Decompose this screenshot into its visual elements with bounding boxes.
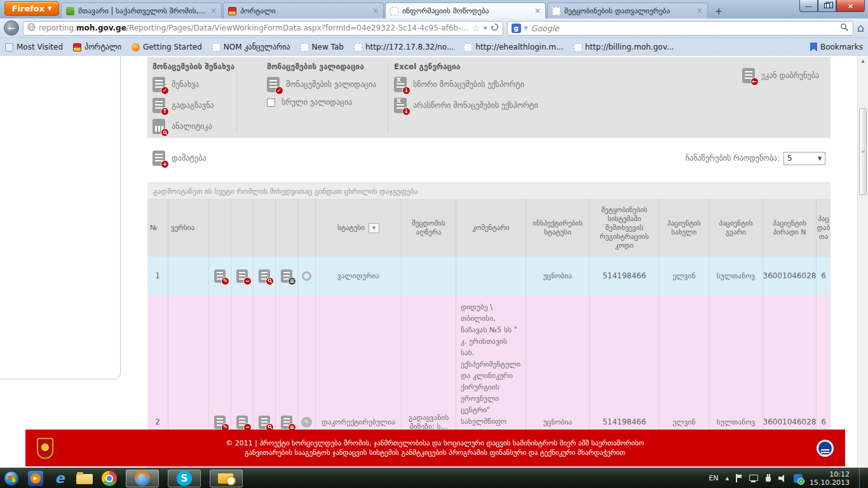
chevron-down-icon: ▼ [48,6,51,11]
bookmark-portal[interactable]: პორტალი [73,43,121,51]
new-tab-button[interactable]: + [711,5,726,18]
clock[interactable]: 10:12 15.10.2013 [810,470,850,487]
vertical-scrollbar[interactable]: ▲ ≡ [857,56,868,468]
bookmark-ehealth[interactable]: http://ehealthlogin.m... [464,43,563,51]
header-firstname[interactable]: პაციენტის სახელი [660,200,709,257]
tray-expand-icon[interactable]: ▲ [726,476,729,481]
bookmark-nom[interactable]: NOM კანცელარია [212,43,290,51]
media-player-icon[interactable] [28,471,43,486]
bookmark-getting-started[interactable]: Getting Started [132,43,202,51]
firefox-menu-button[interactable]: Firefox ▼ [4,1,59,16]
close-button[interactable]: × [836,0,865,12]
bookmark-most-visited[interactable]: Most Visited [5,43,63,51]
explorer-folder-icon[interactable] [76,471,93,486]
outlook-icon [218,471,234,486]
url-dropdown-icon[interactable]: ▼ [483,25,487,31]
bookmark-172[interactable]: http://172.17.8.32/no... [354,43,454,51]
start-button[interactable] [4,471,19,486]
bookmark-ribbon-icon [810,43,817,51]
send-button[interactable]: ↑ გადაგზავნა [153,98,234,113]
header-num[interactable]: № [147,200,168,257]
tab-label: პორტალი [240,6,369,15]
bookmark-new-tab[interactable]: New Tab [301,43,344,51]
show-bookmarks-button[interactable]: Bookmarks [810,43,863,51]
header-status[interactable]: სტატუსი ▼ [316,200,402,257]
add-button[interactable]: + დამატება [153,151,207,166]
export-valid-button[interactable]: ↓ სწორი მონაცემების ექსპორტი [394,77,538,92]
header-birth[interactable]: პაც დაბ თა [817,200,831,257]
reload-icon[interactable] [491,23,499,33]
row-details-button[interactable]: ≡ [281,269,292,283]
tab-portal[interactable]: პორტალი × [223,3,384,18]
edited-circle-icon: ✎ [301,417,312,428]
header-personal-n[interactable]: პაციენტის პირადი N [763,200,817,257]
header-regcode[interactable]: შეტყობინების სისტემაში შემთხვევის რეგისტ… [590,200,660,257]
cell-inspection: უცნობია [526,257,590,295]
header-error[interactable]: შეცდომის აღწერა [402,200,456,257]
taskbar: e S EN ▲ 10:12 15.10.2013 [0,468,868,488]
row-edit-button[interactable]: ✎ [214,416,226,429]
tab-close-icon[interactable]: × [372,6,379,15]
cell-personal-n: 36001046028 [763,257,817,295]
header-version[interactable]: ვერსია [168,200,209,257]
firefox-taskbar-button[interactable] [126,470,159,487]
return-back-button[interactable]: ← უკან დაბრუნება [742,68,819,83]
scrollbar-thumb[interactable]: ≡ [859,108,867,195]
validate-button[interactable]: ✓ მონაცემების ვალიდაცია [267,77,376,92]
row-delete-button[interactable]: − [236,269,248,283]
scroll-up-arrow[interactable]: ▲ [858,56,868,66]
header-inspection[interactable]: ინსპექტირების სტატუსი [526,200,590,257]
home-button[interactable]: ⌂ [857,22,864,34]
status-filter-dropdown[interactable]: ▼ [369,223,379,233]
power-plug-icon[interactable] [765,474,771,482]
arrow-down-badge-icon: ↓ [402,107,410,116]
row-edit-button[interactable]: ✎ [214,269,226,283]
restore-button[interactable] [818,0,836,12]
default-favicon [552,7,560,15]
export-invalid-button[interactable]: ↓ არასწორი მონაცემების ექსპორტი [394,98,538,113]
row-view-button[interactable] [259,416,270,429]
search-icon[interactable] [840,22,849,34]
bookmark-label: http://billing.moh.gov... [585,43,674,51]
chrome-icon[interactable] [102,471,117,486]
dropbox-icon[interactable] [794,474,803,483]
bookmark-star-icon[interactable]: ☆ [472,23,480,33]
tab-information-active[interactable]: ინფორმაციის მოწოდება × [385,3,546,18]
show-desktop-button[interactable] [859,468,864,488]
volume-icon[interactable] [778,474,787,482]
full-validation-checkbox[interactable] [267,98,275,107]
plus-badge-icon: + [161,160,169,168]
tab-notifications[interactable]: შეტყობინების დათვალიერება × [547,3,708,18]
row-delete-button[interactable]: − [236,416,248,429]
full-validation-option[interactable]: სრული ვალიდაცია [267,98,376,107]
network-icon[interactable] [749,474,758,482]
group-by-hint-bar[interactable]: გადმოიტანეთ ის სვეტი რომლის მიხედვითაც გ… [147,182,831,200]
search-engine-dropdown-icon[interactable]: ▼ [524,25,528,31]
tab-close-icon[interactable]: × [534,6,541,15]
tab-main[interactable]: მთავარი | საქართველოს შრომის, ... × [61,3,222,18]
url-bar[interactable]: reporting.moh.gov.ge/Reporting/Pages/Dat… [23,21,503,36]
row-details-button[interactable]: ≡ [281,416,292,429]
tab-close-icon[interactable]: × [696,6,703,15]
arrow-left-badge-icon: ← [750,78,759,86]
language-indicator[interactable]: EN [709,474,718,482]
back-button[interactable]: ← [4,20,19,36]
action-center-flag-icon[interactable] [736,474,742,482]
pencil-badge-icon: ✎ [221,277,229,285]
magnifier-badge-icon [266,277,274,285]
row-view-button[interactable] [259,269,270,283]
return-back-label: უკან დაბრუნება [761,71,819,80]
header-lastname[interactable]: პაციენტის გვარი [709,200,763,257]
search-bar[interactable]: g ▼ Google [507,21,853,36]
outlook-taskbar-button[interactable] [210,470,243,487]
bookmark-billing[interactable]: http://billing.moh.gov... [574,43,674,51]
tab-close-icon[interactable]: × [210,6,217,15]
minimize-button[interactable]: — [799,0,818,12]
skype-taskbar-button[interactable]: S [168,470,201,487]
header-comment[interactable]: კომენტარი [456,200,526,257]
internet-explorer-icon[interactable]: e [52,471,67,486]
save-button[interactable]: ✓ შენახვა [153,77,234,92]
analytics-button[interactable]: ანალიტიკა [153,119,234,134]
records-count-select[interactable]: 5 ▼ [783,152,825,165]
add-row: + დამატება ჩანაწერების რაოდენობა: 5 ▼ [147,146,831,170]
